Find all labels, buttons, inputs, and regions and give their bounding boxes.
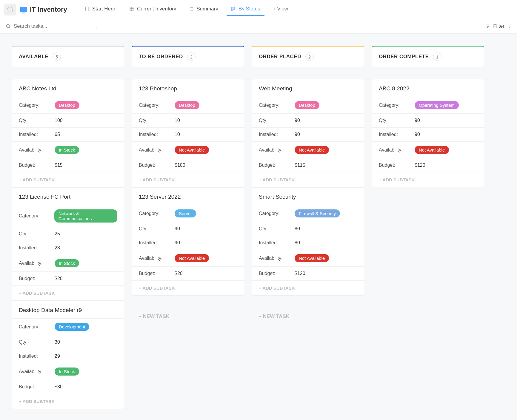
field-row: Availability:In Stock bbox=[12, 255, 124, 272]
qty-value: 90 bbox=[415, 118, 420, 123]
field-row: Budget:$120 bbox=[372, 158, 484, 172]
column-count-badge: 2 bbox=[305, 52, 314, 61]
add-subtask-button[interactable]: + ADD SUBTASK bbox=[252, 281, 364, 295]
add-subtask-button[interactable]: + ADD SUBTASK bbox=[12, 286, 124, 300]
field-row: Budget:$20 bbox=[12, 272, 124, 286]
tab-label: Current Inventory bbox=[137, 6, 176, 12]
field-row: Installed:90 bbox=[372, 128, 484, 142]
field-row: Qty:80 bbox=[252, 222, 364, 236]
svg-rect-3 bbox=[233, 7, 235, 10]
field-row: Availability:Not Available bbox=[372, 142, 484, 158]
field-label: Category: bbox=[139, 103, 175, 108]
budget-value: $100 bbox=[175, 163, 185, 168]
svg-rect-1 bbox=[130, 7, 134, 11]
field-label: Qty: bbox=[19, 118, 55, 123]
field-row: Installed:65 bbox=[12, 128, 124, 142]
column-title: ORDER COMPLETE bbox=[379, 54, 429, 60]
availability-pill: In Stock bbox=[55, 259, 79, 267]
field-label: Availability: bbox=[19, 147, 55, 153]
field-row: Budget:$120 bbox=[252, 267, 364, 281]
field-label: Qty: bbox=[259, 226, 295, 231]
column-title: AVAILABLE bbox=[19, 54, 48, 60]
availability-pill: Not Available bbox=[295, 146, 329, 154]
add-subtask-button[interactable]: + ADD SUBTASK bbox=[12, 394, 124, 409]
field-row: Category:Development bbox=[12, 319, 124, 335]
tab-by-status[interactable]: By Status bbox=[227, 3, 264, 16]
installed-value: 10 bbox=[175, 132, 180, 137]
page-title: IT Inventory bbox=[30, 6, 67, 13]
field-label: Installed: bbox=[259, 240, 295, 245]
add-view-button[interactable]: + View bbox=[269, 3, 292, 16]
field-label: Budget: bbox=[19, 163, 55, 168]
field-row: Installed:23 bbox=[12, 241, 124, 255]
column-header[interactable]: ORDER PLACED2 bbox=[252, 46, 364, 67]
qty-value: 10 bbox=[175, 118, 180, 123]
tab-label: Summary bbox=[196, 6, 218, 12]
installed-value: 29 bbox=[55, 353, 60, 359]
category-pill: Desktop bbox=[55, 101, 79, 109]
column-header[interactable]: AVAILABLE5 bbox=[12, 46, 124, 67]
task-card[interactable]: ABC Notes LtdCategory:DesktopQty:100Inst… bbox=[12, 79, 124, 187]
doc-icon bbox=[84, 6, 90, 12]
add-subtask-button[interactable]: + ADD SUBTASK bbox=[252, 172, 364, 187]
task-card[interactable]: 123 Server 2022Category:ServerQty:90Inst… bbox=[132, 187, 244, 296]
table-icon bbox=[129, 6, 135, 12]
field-label: Availability: bbox=[379, 147, 415, 153]
search-input[interactable] bbox=[14, 23, 73, 29]
chevron-down-icon[interactable]: ⌄ bbox=[94, 24, 98, 29]
field-row: Availability:In Stock bbox=[12, 142, 124, 158]
filter-group[interactable]: Filter bbox=[485, 23, 512, 29]
field-row: Category:Server bbox=[132, 205, 244, 222]
column-count-badge: 2 bbox=[187, 52, 196, 61]
field-label: Budget: bbox=[259, 271, 295, 276]
task-card[interactable]: Desktop Data Modeler r9Category:Developm… bbox=[12, 301, 124, 409]
column-title: TO BE ORDERED bbox=[139, 54, 183, 60]
availability-pill: Not Available bbox=[175, 254, 209, 262]
app-menu-button[interactable] bbox=[4, 4, 16, 16]
add-subtask-button[interactable]: + ADD SUBTASK bbox=[12, 172, 124, 187]
toolbar-row: ⌄ Filter bbox=[0, 19, 517, 34]
task-card[interactable]: ABC 8 2022Category:Operating SystemQty:9… bbox=[372, 79, 484, 187]
column-count-badge: 1 bbox=[433, 52, 441, 61]
new-task-button[interactable]: + NEW TASK bbox=[132, 308, 244, 325]
task-card[interactable]: Web MeetingCategory:DesktopQty:90Install… bbox=[252, 79, 364, 187]
installed-value: 90 bbox=[415, 132, 420, 137]
add-subtask-button[interactable]: + ADD SUBTASK bbox=[132, 172, 244, 187]
field-label: Qty: bbox=[379, 118, 415, 123]
field-row: Budget:$115 bbox=[252, 158, 364, 172]
add-subtask-button[interactable]: + ADD SUBTASK bbox=[372, 172, 484, 187]
field-row: Availability:Not Available bbox=[132, 250, 244, 267]
field-row: Availability:Not Available bbox=[252, 142, 364, 158]
qty-value: 90 bbox=[295, 118, 300, 123]
task-card[interactable]: Smart SecurityCategory:Firewall & Securi… bbox=[252, 187, 364, 296]
field-row: Availability:Not Available bbox=[132, 142, 244, 158]
column-header[interactable]: ORDER COMPLETE1 bbox=[372, 46, 484, 67]
category-pill: Network & Communications bbox=[54, 209, 117, 223]
field-row: Installed:90 bbox=[132, 236, 244, 250]
field-label: Installed: bbox=[19, 353, 55, 359]
expand-icon[interactable] bbox=[507, 24, 512, 28]
svg-rect-2 bbox=[231, 7, 233, 11]
card-title: Desktop Data Modeler r9 bbox=[12, 301, 124, 319]
new-task-button[interactable]: + NEW TASK bbox=[252, 308, 364, 325]
field-label: Installed: bbox=[259, 132, 295, 137]
field-row: Qty:90 bbox=[252, 114, 364, 128]
task-card[interactable]: 123 PhotoshopCategory:DesktopQty:10Insta… bbox=[132, 79, 244, 187]
tab-start-here[interactable]: Start Here! bbox=[80, 3, 121, 16]
tab-summary[interactable]: Summary bbox=[184, 3, 222, 16]
category-pill: Operating System bbox=[415, 101, 459, 109]
title-group: IT Inventory bbox=[20, 6, 67, 13]
column-orderplaced: ORDER PLACED2Web MeetingCategory:Desktop… bbox=[252, 46, 364, 325]
availability-pill: Not Available bbox=[295, 254, 329, 262]
installed-value: 90 bbox=[295, 132, 300, 137]
task-card[interactable]: 123 License FC PortCategory:Network & Co… bbox=[12, 187, 124, 301]
top-bar: IT Inventory Start Here! Current Invento… bbox=[0, 0, 517, 19]
svg-point-4 bbox=[6, 24, 10, 28]
card-title: Smart Security bbox=[252, 188, 364, 205]
add-subtask-button[interactable]: + ADD SUBTASK bbox=[132, 281, 244, 295]
field-label: Availability: bbox=[139, 256, 175, 261]
column-header[interactable]: TO BE ORDERED2 bbox=[132, 46, 244, 67]
tab-current-inventory[interactable]: Current Inventory bbox=[125, 3, 180, 16]
budget-value: $120 bbox=[415, 163, 425, 168]
field-label: Category: bbox=[139, 211, 175, 216]
